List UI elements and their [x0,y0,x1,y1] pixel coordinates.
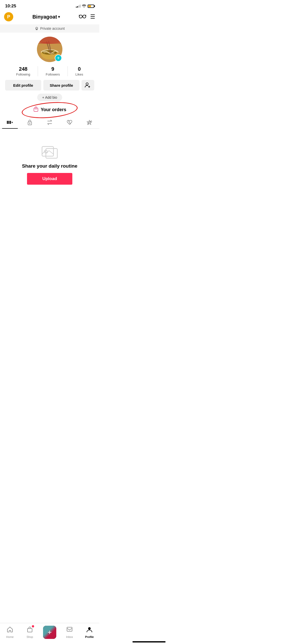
following-stat[interactable]: 248 Following [9,66,38,76]
upload-button[interactable]: Upload [27,173,72,185]
following-count: 248 [19,66,27,72]
svg-rect-17 [42,147,53,156]
edit-profile-button[interactable]: Edit profile [5,80,41,91]
tab-favorites[interactable] [79,116,99,128]
content-tabs: ▾ [0,116,99,129]
svg-point-11 [86,83,88,85]
svg-rect-12 [34,108,38,111]
header-actions: ☰ [79,13,95,20]
svg-point-1 [83,15,86,18]
username-text: Binyagoat [32,14,57,20]
tab-chevron-icon: ▾ [11,121,13,124]
app-header: P Binyagoat ▾ ☰ [0,10,99,24]
followers-count: 9 [51,66,54,72]
menu-icon[interactable]: ☰ [90,13,95,20]
action-buttons: Edit profile Share profile [4,80,95,91]
wifi-icon [82,4,86,8]
likes-label: Likes [75,72,83,76]
chevron-down-icon: ▾ [58,15,60,19]
tab-grid[interactable]: ▾ [0,116,20,128]
svg-rect-18 [46,149,57,158]
lock-tab-icon [27,119,33,125]
glasses-icon[interactable] [79,13,86,20]
profile-section: + 248 Following 9 Followers 0 Likes Edit… [0,33,99,116]
repost-icon [46,120,53,125]
likes-stat[interactable]: 0 Likes [67,66,91,76]
empty-state-title: Share your daily routine [22,163,77,169]
add-bio-button[interactable]: + Add bio [37,94,62,101]
favorites-icon [86,120,92,125]
tab-repost[interactable] [40,116,60,128]
username-title[interactable]: Binyagoat ▾ [32,14,60,20]
your-orders-text: Your orders [41,107,66,112]
your-orders-section[interactable]: Your orders [4,104,95,116]
svg-rect-4 [36,29,37,30]
add-friend-button[interactable] [82,80,94,91]
following-label: Following [16,72,30,76]
share-profile-button[interactable]: Share profile [43,80,79,91]
stats-row: 248 Following 9 Followers 0 Likes [4,66,95,76]
avatar-container[interactable]: + [37,37,62,62]
likes-count: 0 [78,66,81,72]
add-photo-button[interactable]: + [55,54,62,62]
private-banner: Private account [0,24,99,33]
battery-icon [88,5,94,8]
status-icons [76,4,94,8]
empty-state-icon [41,144,59,159]
avatar[interactable]: P [4,12,13,21]
liked-icon [66,120,73,125]
svg-point-14 [29,123,30,124]
grid-icon [7,121,11,124]
followers-stat[interactable]: 9 Followers [38,66,67,76]
status-time: 10:25 [5,4,16,9]
followers-label: Followers [46,72,60,76]
empty-state: Share your daily routine Upload [0,129,99,195]
svg-point-0 [79,15,82,18]
private-account-text: Private account [40,26,65,31]
tab-lock[interactable] [20,116,40,128]
signal-icon [76,5,80,8]
status-bar: 10:25 [0,0,99,10]
lock-icon [35,26,39,31]
shopping-bag-icon [33,106,39,113]
tab-liked[interactable] [60,116,79,128]
